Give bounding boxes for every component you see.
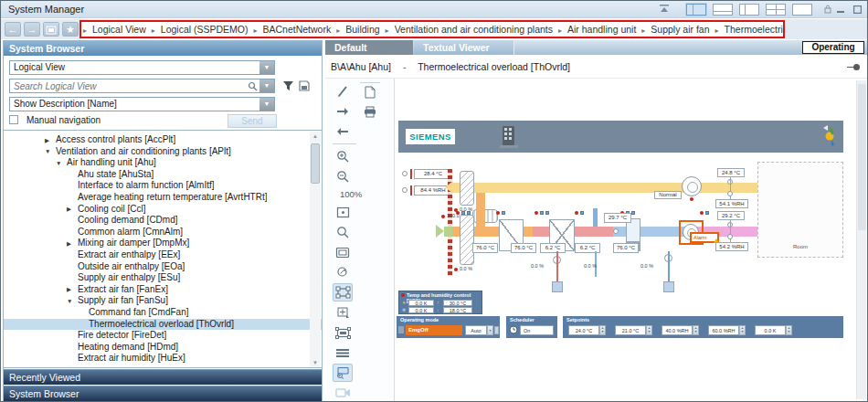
tree-expander-icon[interactable]: ▶ [67,204,78,216]
supply-humidity-value[interactable]: 54.2 %RH [715,242,748,251]
tree-item[interactable]: Cooling demand [CDmd] [4,215,322,227]
tab-default[interactable]: Default [325,40,413,55]
select-frame-icon[interactable] [333,283,353,302]
viewer-scrollbar[interactable] [856,80,866,399]
tree-item[interactable]: Supply air enthalpy [ESu] [4,272,322,284]
search-input[interactable] [14,79,250,92]
heat-offset-value[interactable]: 0.0 K [408,300,434,306]
valve-position-value[interactable]: 0.0 % [640,263,653,269]
coil-temp-value[interactable]: 76.0 °C [511,243,536,253]
tree-item[interactable]: ▶Access control plants [AccPlt] [4,134,322,146]
extract-humidity-value[interactable]: 54.1 %RH [715,199,748,208]
chevron-down-icon[interactable]: ▼ [259,61,274,74]
tree-item[interactable]: Average heating return temperature [Avrt… [4,192,322,204]
breadcrumb-item[interactable]: Supply air fan [640,24,709,35]
cooling-pump[interactable] [663,281,674,292]
duct-temp-sensor-icon[interactable] [613,228,619,234]
setpoint-value[interactable]: 21.0 °C [615,325,646,335]
setpoint-field[interactable]: 60.0 %RH ▴▾ [708,325,746,335]
setpoint-field[interactable]: 21.0 °C ▴▾ [615,325,652,335]
breadcrumb-item[interactable]: Building [334,24,379,35]
viewport-icon[interactable] [333,323,353,342]
tree-item[interactable]: Common alarm [CmnAlm] [4,227,322,238]
edit-pen-icon[interactable] [333,82,353,100]
dropdown-icon[interactable]: ▾ [487,325,493,335]
fit-view-icon[interactable] [333,203,353,221]
supply-temp-value[interactable]: 29.2 °C [717,211,745,220]
tree-item[interactable]: Interface to alarm function [AlmItf] [4,180,322,192]
tree-expander-icon[interactable]: ▼ [56,158,67,170]
setpoint-field[interactable]: 24.0 °C ▴▾ [568,325,606,335]
minimize-icon[interactable] [837,5,845,14]
new-page-icon[interactable] [360,82,380,100]
tree-item[interactable]: ▼Ventilation and air conditioning plants… [4,146,322,158]
layout-single-icon[interactable] [792,4,812,16]
supply-duct-temp-value[interactable]: 29.7 °C [604,213,631,223]
magnifier-icon[interactable] [333,223,353,241]
outside-temp-value[interactable]: 28.4 °C [414,169,452,179]
cool-offset-value[interactable]: 0.0 K [408,307,434,313]
magnifier-icon[interactable] [248,81,258,91]
zoom-out-icon[interactable] [333,167,353,185]
tree-item[interactable]: Fire detector [FireDet] [4,330,322,342]
tree-item[interactable]: Extract air enthalpy [EEx] [4,249,322,261]
breadcrumb-item[interactable]: Logical (SSPDEMO) [150,24,249,35]
coil-temp-value[interactable]: 76.0 °C [613,243,639,253]
outside-temp-sensor-icon[interactable] [402,171,408,176]
tree-scrollbar[interactable]: ▲ ▼ [310,132,321,367]
system-browser-bar[interactable]: System Browser [4,386,322,401]
forward-arrow-icon[interactable] [333,102,353,121]
view-selector-dropdown[interactable]: Logical View ▼ [9,60,275,75]
tree-expander-icon[interactable]: ▼ [45,146,56,158]
heat-setpoint-value[interactable]: 30.0 °C [443,300,472,306]
zoom-in-icon[interactable] [333,147,353,165]
setpoint-value[interactable]: 40.0 %RH [662,325,693,335]
scroll-up-icon[interactable]: ▲ [310,133,321,139]
operating-mode-select[interactable]: Auto [465,325,487,335]
tab-textual-viewer[interactable]: Textual Viewer [414,40,514,55]
camera-icon[interactable] [333,384,353,402]
setpoint-value[interactable]: 60.0 %RH [708,325,739,335]
breadcrumb-item[interactable]: Logical View [81,24,146,35]
recently-viewed-bar[interactable]: Recently Viewed [4,369,322,385]
extract-damper[interactable] [460,171,474,206]
recent-window-icon[interactable] [43,22,59,37]
back-arrow-icon[interactable] [333,122,353,141]
comment-zoom-icon[interactable] [333,364,353,382]
breadcrumb-item[interactable]: Ventilation and air conditioning plants [384,24,553,35]
breadcrumb-item[interactable]: BACnetNetwork [252,24,332,35]
dynamic-zoom-icon[interactable] [333,263,353,281]
filter-funnel-icon[interactable] [282,80,294,91]
favorites-star-icon[interactable]: ★ [62,22,79,37]
scrollbar-thumb[interactable] [858,84,866,230]
maximize-icon[interactable] [853,5,862,14]
sensor-icon[interactable] [727,191,733,196]
layout-sidebar-main-icon[interactable] [686,4,706,16]
tree-item[interactable]: ▶Cooling coil [Ccl] [4,204,322,216]
tree-expander-icon[interactable]: ▶ [67,284,78,296]
spinner-icon[interactable]: ▴▾ [786,325,792,335]
plant-status-icon[interactable] [821,124,838,149]
tree-expander-icon[interactable]: ▼ [67,296,78,308]
setpoint-field[interactable]: 40.0 %RH ▴▾ [662,325,699,335]
tree-item[interactable]: Command fan [CmdFan] [4,307,322,319]
extract-air-fan[interactable] [682,176,702,196]
send-button[interactable]: Send [228,114,277,128]
edit-mode-icon[interactable] [494,326,499,334]
sensor-icon[interactable] [727,234,733,239]
forward-icon[interactable]: → [24,22,40,37]
chevron-down-icon[interactable]: ▼ [259,98,274,111]
save-icon[interactable] [299,80,310,91]
setpoint-value[interactable]: 0.0 K [755,325,786,335]
spinner-icon[interactable]: ▴▾ [646,325,652,335]
lock-icon[interactable] [823,3,832,16]
outside-humidity-sensor-icon[interactable] [402,187,408,193]
tree-expander-icon[interactable]: ▶ [67,238,78,250]
scrollbar-thumb[interactable] [311,143,320,184]
lower-damper-position-value[interactable]: 0.0 % [460,266,472,271]
breadcrumb-item[interactable]: Air handling unit [556,24,636,35]
tree-expander-icon[interactable]: ▶ [45,135,56,147]
scheduler-value[interactable]: On [520,325,554,335]
spinner-icon[interactable]: ▴▾ [693,325,699,335]
tree-item[interactable]: Heating demand [HDmd] [4,342,322,354]
